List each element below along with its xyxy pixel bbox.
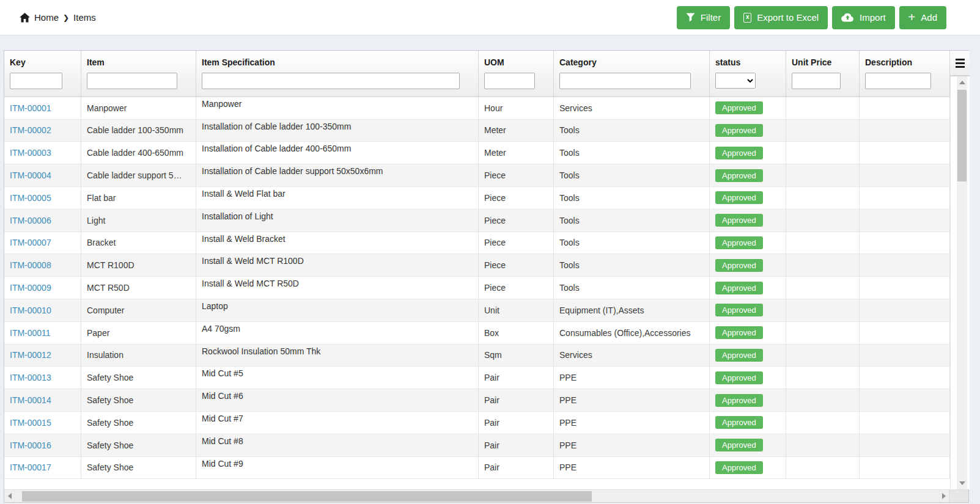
cell-item: Bracket: [81, 232, 196, 254]
item-key-link[interactable]: ITM-00011: [10, 328, 51, 338]
scroll-down-arrow-icon[interactable]: [957, 478, 967, 488]
item-key-link[interactable]: ITM-00008: [10, 260, 51, 270]
column-label-category: Category: [559, 57, 709, 67]
status-badge: Approved: [715, 461, 763, 474]
item-key-link[interactable]: ITM-00009: [10, 283, 51, 293]
table-row: ITM-00013Safety ShoeMid Cut #5PairPPEApp…: [4, 367, 950, 389]
cell-text-spec: Laptop: [202, 301, 228, 311]
item-key-link[interactable]: ITM-00005: [10, 193, 51, 203]
cell-item: Cable ladder support 5…: [81, 164, 196, 186]
status-badge: Approved: [715, 349, 763, 362]
cell-key: ITM-00015: [4, 412, 81, 434]
cell-text-category: Tools: [559, 193, 580, 203]
cell-text-uom: Pair: [484, 395, 499, 405]
cell-status: Approved: [710, 345, 786, 367]
item-key-link[interactable]: ITM-00003: [10, 148, 51, 158]
cell-item: MCT R50D: [81, 277, 196, 299]
cell-status: Approved: [710, 120, 786, 142]
table-body: ITM-00001ManpowerManpowerHourServicesApp…: [4, 97, 950, 489]
cell-item: Manpower: [81, 97, 196, 119]
export-to-excel-button[interactable]: x Export to Excel: [734, 6, 828, 29]
item-key-link[interactable]: ITM-00013: [10, 373, 51, 382]
item-key-link[interactable]: ITM-00014: [10, 395, 51, 405]
vertical-scrollbar[interactable]: [957, 76, 967, 489]
cell-text-uom: Piece: [484, 216, 506, 225]
column-header-description: Description: [860, 51, 950, 97]
item-key-link[interactable]: ITM-00004: [10, 170, 51, 180]
item-key-link[interactable]: ITM-00002: [10, 125, 51, 135]
category-filter-input[interactable]: [559, 73, 691, 89]
cell-description: [860, 187, 950, 209]
scroll-up-arrow-icon[interactable]: [957, 78, 967, 87]
cell-category: Tools: [554, 142, 710, 164]
cell-text-category: Tools: [559, 170, 580, 180]
cell-text-spec: Mid Cut #5: [202, 368, 243, 378]
cell-uom: Pair: [479, 367, 554, 389]
status-badge: Approved: [715, 214, 763, 227]
cell-text-spec: Mid Cut #8: [202, 436, 243, 446]
cell-category: Equipment (IT),Assets: [554, 299, 710, 321]
cell-text-item: Cable ladder 400-650mm: [87, 148, 196, 158]
table-row: ITM-00003Cable ladder 400-650mmInstallat…: [4, 142, 950, 164]
hamburger-menu-icon[interactable]: [950, 51, 970, 76]
cell-spec: Install & Weld Bracket: [196, 232, 479, 254]
cell-spec: Mid Cut #6: [196, 389, 479, 411]
column-header-spec: Item Specification: [196, 51, 479, 97]
add-button[interactable]: + Add: [899, 6, 946, 29]
item-filter-input[interactable]: [87, 73, 177, 89]
horizontal-scrollbar[interactable]: [4, 489, 968, 502]
cell-status: Approved: [710, 232, 786, 254]
cell-status: Approved: [710, 277, 786, 299]
cell-item: Cable ladder 100-350mm: [81, 120, 196, 142]
cell-text-category: Equipment (IT),Assets: [559, 305, 644, 315]
key-filter-input[interactable]: [10, 73, 62, 89]
cell-text-item: Insulation: [87, 350, 196, 360]
uom-filter-input[interactable]: [484, 73, 535, 89]
item-key-link[interactable]: ITM-00007: [10, 238, 51, 247]
vertical-scrollbar-thumb[interactable]: [957, 90, 967, 181]
status-filter-select[interactable]: [715, 73, 756, 89]
cell-text-item: Cable ladder 100-350mm: [87, 125, 196, 135]
item-key-link[interactable]: ITM-00017: [10, 462, 51, 472]
description-filter-input[interactable]: [865, 73, 931, 89]
cell-unit_price: [786, 434, 860, 456]
horizontal-scrollbar-thumb[interactable]: [22, 491, 592, 502]
cell-text-category: PPE: [559, 418, 577, 428]
scroll-left-arrow-icon[interactable]: [4, 490, 15, 502]
item-key-link[interactable]: ITM-00015: [10, 418, 51, 428]
cell-text-category: PPE: [559, 462, 577, 472]
cell-status: Approved: [710, 457, 786, 479]
cell-text-uom: Box: [484, 328, 499, 338]
cell-uom: Meter: [479, 120, 554, 142]
cell-status: Approved: [710, 97, 786, 119]
cell-unit_price: [786, 120, 860, 142]
cell-text-item: MCT R100D: [87, 260, 196, 270]
cell-description: [860, 164, 950, 186]
cell-text-category: Services: [559, 350, 592, 360]
scroll-right-arrow-icon[interactable]: [938, 490, 949, 502]
items-table: KeyItemItem SpecificationUOMCategorystat…: [4, 50, 969, 503]
item-key-link[interactable]: ITM-00016: [10, 440, 51, 450]
filter-button[interactable]: Filter: [677, 6, 730, 29]
cell-spec: Mid Cut #5: [196, 367, 479, 389]
cell-uom: Hour: [479, 97, 554, 119]
cell-text-item: MCT R50D: [87, 283, 196, 293]
breadcrumb-home-link[interactable]: Home: [34, 12, 59, 23]
cell-description: [860, 457, 950, 479]
cell-unit_price: [786, 457, 860, 479]
cell-text-item: Cable ladder support 5…: [87, 170, 196, 180]
horizontal-scroll-track[interactable]: [15, 490, 938, 502]
item-key-link[interactable]: ITM-00001: [10, 103, 51, 113]
unit_price-filter-input[interactable]: [792, 73, 841, 89]
cell-spec: Mid Cut #7: [196, 412, 479, 434]
column-label-status: status: [715, 57, 786, 67]
cell-text-spec: Mid Cut #7: [202, 414, 243, 423]
item-key-link[interactable]: ITM-00012: [10, 350, 51, 360]
cell-text-spec: Rockwool Insulation 50mm Thk: [202, 346, 320, 356]
item-key-link[interactable]: ITM-00010: [10, 305, 51, 315]
item-key-link[interactable]: ITM-00006: [10, 216, 51, 225]
cell-uom: Unit: [479, 299, 554, 321]
status-badge: Approved: [715, 394, 763, 407]
import-button[interactable]: Import: [832, 6, 895, 29]
spec-filter-input[interactable]: [202, 73, 460, 89]
